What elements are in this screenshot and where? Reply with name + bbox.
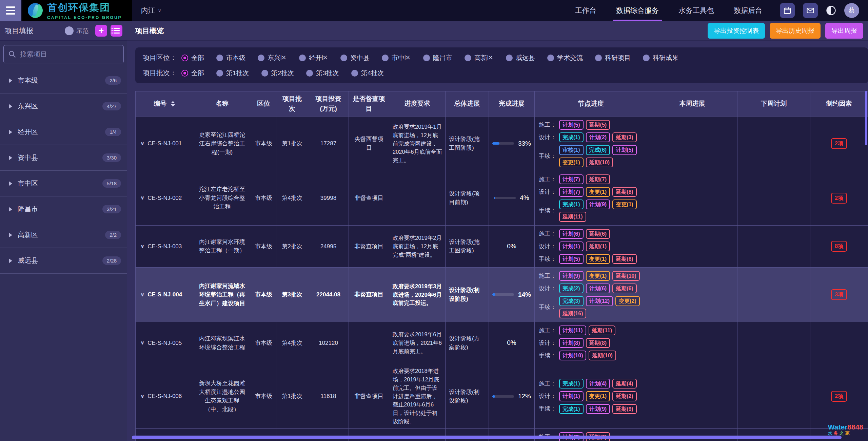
progress-fill [492, 142, 499, 145]
node-tag-plan: 计划(6) [559, 229, 584, 239]
node-tags: 完成(2)计划(6)延期(6) [559, 284, 637, 293]
filter-radio-option[interactable]: 科研项目 [595, 54, 631, 62]
sidebar-region-item[interactable]: 高新区2/2 [0, 222, 127, 248]
constraint-badge: 8项 [831, 241, 847, 252]
nav-item[interactable]: 工作台 [575, 0, 596, 21]
region-label: 资中县 [18, 153, 38, 162]
project-search [3, 45, 124, 63]
node-tag-change: 变更(1) [586, 271, 610, 281]
cell-location: 市本级 [251, 226, 276, 268]
table-row[interactable]: ∨CE-S-NJ-003内江谢家河水环境整治工程（一期）市本级第2批次24995… [136, 226, 868, 268]
user-avatar[interactable]: 蔡 [844, 3, 859, 18]
list-view-button[interactable] [111, 25, 122, 37]
node-tag-plan: 计划(7) [559, 187, 584, 197]
export-button[interactable]: 导出周报 [825, 23, 863, 39]
cell-code: ∨CE-S-NJ-001 [136, 117, 193, 171]
node-tag-change: 变更(1) [586, 391, 610, 401]
sidebar-region-item[interactable]: 东兴区4/27 [0, 93, 127, 119]
hamburger-menu-button[interactable] [0, 0, 21, 21]
radio-icon [299, 55, 306, 61]
region-count-badge: 4/27 [102, 102, 121, 110]
filter-radio-option[interactable]: 威远县 [506, 54, 535, 62]
constraint-badge: 2项 [831, 193, 847, 204]
column-header: 总体进展 [446, 91, 489, 117]
add-project-button[interactable]: + [95, 25, 107, 37]
project-code: CE-S-NJ-004 [147, 290, 182, 299]
filter-radio-option[interactable]: 东兴区 [258, 54, 287, 62]
sort-asc-icon [171, 101, 175, 103]
cell-investment: 24995 [308, 226, 349, 268]
filter-radio-option[interactable]: 学术交流 [547, 54, 583, 62]
table-row[interactable]: ∨CE-S-NJ-006新坝大桥至花园滩大桥滨江湿地公园生态景观工程（中、北段）… [136, 364, 868, 428]
filter-radio-option[interactable]: 高新区 [465, 54, 494, 62]
nav-item[interactable]: 数据后台 [734, 0, 762, 21]
row-expander-icon[interactable]: ∨ [140, 194, 144, 202]
sidebar-region-item[interactable]: 隆昌市3/21 [0, 196, 127, 222]
filter-radio-option[interactable]: 第3批次 [306, 69, 339, 78]
filter-radio-option[interactable]: 隆昌市 [423, 54, 452, 62]
node-line: 手续：计划(10)延期(10) [539, 351, 616, 360]
filter-label: 项目批次： [143, 68, 177, 78]
sidebar-region-item[interactable]: 市中区5/18 [0, 171, 127, 196]
calendar-button[interactable] [780, 3, 795, 18]
node-tag-done: 完成(3) [559, 296, 584, 306]
filter-radio-option[interactable]: 市中区 [382, 54, 411, 62]
row-expander-icon[interactable]: ∨ [140, 243, 144, 250]
filter-radio-option[interactable]: 全部 [181, 69, 204, 78]
watermark-char: 务 [834, 430, 840, 436]
filter-radio-option[interactable]: 第1批次 [216, 69, 249, 78]
demo-toggle[interactable] [65, 26, 74, 35]
filter-radio-option[interactable]: 资中县 [340, 54, 370, 62]
node-section-label: 施工： [539, 326, 556, 335]
demo-toggle-label: 示范 [76, 27, 88, 35]
filter-radio-option[interactable]: 经开区 [299, 54, 328, 62]
sort-icon[interactable] [171, 101, 175, 107]
messages-button[interactable] [803, 3, 818, 18]
region-label: 威远县 [18, 256, 38, 265]
table-row[interactable]: ∨CE-S-NJ-002沱江左岸老沱桥至小青龙河段综合整治工程市本级第4批次39… [136, 171, 868, 226]
column-header[interactable]: 编号 [136, 91, 193, 117]
vertical-scrollbar[interactable] [865, 91, 867, 145]
row-expander-icon[interactable]: ∨ [140, 393, 144, 400]
sidebar-region-item[interactable]: 资中县3/30 [0, 145, 127, 171]
row-expander-icon[interactable]: ∨ [140, 140, 144, 148]
cell-name: 内江邓家坝滨江水环境综合整治工程 [193, 322, 251, 364]
filter-radio-option[interactable]: 科研成果 [643, 54, 678, 62]
filter-radio-option[interactable]: 市本级 [216, 54, 245, 62]
city-selector[interactable]: 内江 ∨ [141, 6, 161, 15]
export-button[interactable]: 导出投资控制表 [708, 23, 765, 39]
table-row[interactable]: ∨CE-S-NJ-004内江谢家河流域水环境整治工程（再生水厂）建设项目市本级第… [136, 268, 868, 322]
filter-radio-option[interactable]: 第4批次 [351, 69, 384, 78]
theme-contrast-toggle[interactable] [826, 5, 836, 16]
nav-item[interactable]: 数据综合服务 [616, 0, 659, 21]
export-button[interactable]: 导出历史周报 [770, 23, 821, 39]
filter-radio-option[interactable]: 全部 [181, 54, 204, 62]
nav-item[interactable]: 水务工具包 [678, 0, 714, 21]
sidebar-region-item[interactable]: 市本级2/6 [0, 68, 127, 93]
row-expander-icon[interactable]: ∨ [140, 339, 144, 347]
search-input[interactable] [20, 50, 119, 58]
region-count-badge: 3/30 [102, 153, 121, 162]
filter-radio-option[interactable]: 第2批次 [261, 69, 294, 78]
sidebar-region-item[interactable]: 经开区1/4 [0, 119, 127, 145]
cell-constraints: 2项 [810, 117, 868, 171]
node-line: 手续：完成(1)计划(9)变更(1)延期(11) [539, 200, 643, 222]
table-row[interactable]: ∨CE-S-NJ-001史家至沱江四桥沱江右岸综合整治工程(一期)市本级第1批次… [136, 117, 868, 171]
node-section-label: 手续： [539, 404, 556, 413]
brand-logo: 首创环保集团 CAPITAL ECO-PRO GROUP [22, 0, 132, 21]
node-section-label: 施工： [539, 229, 556, 238]
row-expander-icon[interactable]: ∨ [140, 291, 144, 299]
table-row[interactable]: ∨CE-S-NJ-005内江邓家坝滨江水环境综合整治工程市本级第4批次10212… [136, 322, 868, 364]
node-tag-review: 审核(1) [559, 145, 584, 155]
cell-constraints [810, 322, 868, 364]
node-tags: 完成(1)计划(4)延期(4) [559, 379, 637, 388]
progress-track [492, 293, 514, 296]
radio-icon [465, 55, 471, 61]
sidebar-region-item[interactable]: 威远县2/28 [0, 248, 127, 274]
radio-icon [340, 55, 347, 61]
brand-logo-icon [28, 3, 43, 18]
watermark-brand: Water8848 [828, 423, 863, 431]
node-section-label: 设计： [539, 339, 556, 348]
cell-supervision: 非督查项目 [349, 226, 389, 268]
horizontal-scrollbar[interactable] [132, 436, 842, 439]
